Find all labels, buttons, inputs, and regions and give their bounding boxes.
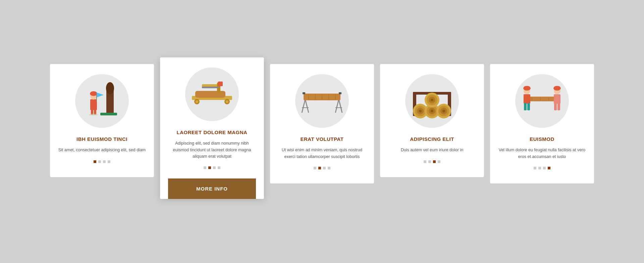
svg-point-66 — [553, 86, 561, 91]
dot — [328, 167, 330, 169]
wood-rolls-icon — [410, 83, 454, 119]
svg-rect-69 — [557, 103, 560, 110]
card-3-dots — [314, 167, 330, 169]
svg-rect-34 — [303, 92, 305, 94]
svg-rect-63 — [524, 103, 527, 110]
card-1-body: Sit amet, consectetuer adipiscing elit, … — [58, 147, 146, 153]
svg-rect-8 — [96, 93, 97, 103]
dot — [433, 160, 436, 163]
svg-point-7 — [90, 91, 97, 96]
card-4-dots — [424, 160, 440, 163]
dot — [208, 166, 211, 169]
svg-point-1 — [106, 82, 114, 94]
card-5-body: Vel illum dolore eu feugiat nulla facili… — [498, 147, 586, 160]
more-info-button[interactable]: MORE INFO — [168, 178, 256, 199]
cards-container: IBH EUISMOD TINCI Sit amet, consectetuer… — [30, 51, 614, 213]
icon-circle-1 — [75, 74, 129, 128]
card-5-dots — [534, 167, 550, 169]
card-3-title: ERAT VOLUTPAT — [301, 136, 344, 143]
svg-point-50 — [442, 110, 445, 112]
svg-point-60 — [523, 86, 531, 91]
dot — [213, 166, 216, 169]
card-1-dots — [94, 160, 110, 163]
dot — [438, 160, 440, 163]
icon-circle-3 — [295, 74, 349, 128]
card-2-title: LAOREET DOLORE MAGNA — [177, 129, 248, 136]
svg-point-54 — [431, 99, 433, 101]
icon-circle-4 — [405, 74, 459, 128]
svg-point-10 — [89, 114, 99, 116]
svg-rect-64 — [527, 103, 530, 110]
svg-line-23 — [335, 99, 339, 113]
dot — [204, 166, 206, 169]
dot — [424, 160, 426, 163]
worker-tree-icon — [80, 81, 124, 121]
svg-rect-20 — [218, 82, 223, 86]
dot — [218, 166, 220, 169]
dot — [94, 160, 96, 163]
card-4-body: Duis autem vel eum iriure dolor in — [401, 147, 463, 153]
icon-circle-5 — [515, 74, 569, 128]
svg-rect-35 — [339, 92, 341, 94]
dot — [98, 160, 101, 163]
card-2: LAOREET DOLORE MAGNA Adipiscing elit, se… — [160, 57, 264, 199]
dot — [538, 167, 541, 169]
svg-point-18 — [196, 100, 198, 103]
card-4: ADIPISCING ELIT Duis autem vel eum iriur… — [380, 64, 484, 177]
card-5: EUISMOD Vel illum dolore eu feugiat null… — [490, 64, 594, 183]
svg-line-24 — [339, 99, 342, 113]
svg-rect-68 — [554, 103, 557, 110]
icon-circle-2 — [185, 67, 239, 121]
dot — [428, 160, 431, 163]
svg-rect-67 — [554, 94, 560, 104]
dot — [534, 167, 536, 169]
dot — [543, 167, 546, 169]
svg-rect-2 — [100, 113, 117, 115]
svg-point-46 — [431, 110, 433, 112]
svg-point-19 — [226, 100, 228, 103]
card-3-body: Ut wisi enim ad minim veniam, quis nostr… — [278, 147, 366, 160]
card-1: IBH EUISMOD TINCI Sit amet, consectetuer… — [50, 64, 154, 177]
svg-marker-9 — [97, 93, 104, 97]
svg-rect-3 — [90, 99, 97, 110]
dot — [548, 167, 550, 169]
svg-point-42 — [419, 110, 422, 112]
svg-rect-15 — [202, 87, 219, 88]
two-workers-icon — [519, 83, 566, 119]
wood-plank-icon — [299, 84, 345, 118]
card-5-title: EUISMOD — [530, 136, 554, 143]
card-2-dots — [204, 166, 220, 169]
dot — [103, 160, 106, 163]
sawmill-icon — [189, 77, 235, 111]
card-2-body: Adipiscing elit, sed diam nonummy nibh e… — [168, 140, 256, 160]
svg-line-22 — [305, 99, 309, 113]
card-4-title: ADIPISCING ELIT — [410, 136, 454, 143]
dot — [314, 167, 316, 169]
svg-line-21 — [302, 99, 305, 113]
dot — [108, 160, 110, 163]
card-3: ERAT VOLUTPAT Ut wisi enim ad minim veni… — [270, 64, 374, 183]
card-1-title: IBH EUISMOD TINCI — [76, 136, 127, 143]
dot — [318, 167, 321, 169]
dot — [323, 167, 326, 169]
svg-rect-12 — [195, 91, 225, 98]
